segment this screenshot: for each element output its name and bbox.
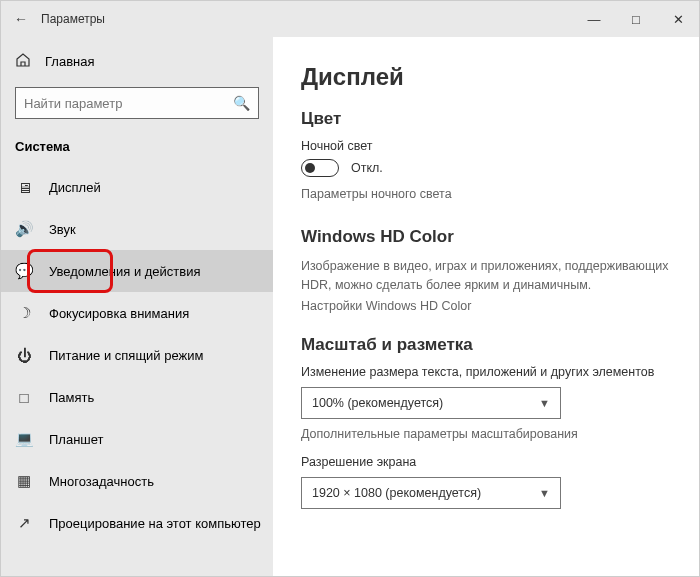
scale-advanced-link[interactable]: Дополнительные параметры масштабирования: [301, 427, 671, 441]
maximize-button[interactable]: □: [615, 1, 657, 37]
scale-dropdown[interactable]: 100% (рекомендуется) ▼: [301, 387, 561, 419]
sidebar-item-label: Дисплей: [49, 180, 101, 195]
night-light-settings-link[interactable]: Параметры ночного света: [301, 187, 671, 201]
home-icon: [15, 52, 31, 71]
sidebar-item-label: Фокусировка внимания: [49, 306, 189, 321]
power-icon: ⏻: [15, 347, 33, 364]
sidebar-home-label: Главная: [45, 54, 94, 69]
night-light-state: Откл.: [351, 161, 383, 175]
back-button[interactable]: ←: [1, 11, 41, 27]
sidebar-item-label: Проецирование на этот компьютер: [49, 516, 261, 531]
sidebar-home[interactable]: Главная: [1, 43, 273, 79]
titlebar: ← Параметры ― □ ✕: [1, 1, 699, 37]
search-field[interactable]: 🔍: [15, 87, 259, 119]
notifications-icon: 💬: [15, 262, 33, 280]
search-input[interactable]: [24, 96, 233, 111]
chevron-down-icon: ▼: [539, 397, 550, 409]
sidebar-item-power[interactable]: ⏻ Питание и спящий режим: [1, 334, 273, 376]
sound-icon: 🔊: [15, 220, 33, 238]
sidebar-item-display[interactable]: 🖥 Дисплей: [1, 166, 273, 208]
sidebar-item-label: Звук: [49, 222, 76, 237]
sidebar-item-label: Питание и спящий режим: [49, 348, 203, 363]
chevron-down-icon: ▼: [539, 487, 550, 499]
hdr-description: Изображение в видео, играх и приложениях…: [301, 257, 671, 295]
projecting-icon: ↗: [15, 514, 33, 532]
sidebar-item-notifications[interactable]: 💬 Уведомления и действия: [1, 250, 273, 292]
sidebar-item-sound[interactable]: 🔊 Звук: [1, 208, 273, 250]
page-title: Дисплей: [301, 63, 671, 91]
main-panel: Дисплей Цвет Ночной свет Откл. Параметры…: [273, 37, 699, 576]
sidebar-item-label: Многозадачность: [49, 474, 154, 489]
sidebar-item-tablet[interactable]: 💻 Планшет: [1, 418, 273, 460]
storage-icon: □: [15, 389, 33, 406]
section-scale-heading: Масштаб и разметка: [301, 335, 671, 355]
scale-label: Изменение размера текста, приложений и д…: [301, 365, 671, 379]
sidebar-item-label: Планшет: [49, 432, 104, 447]
window-title: Параметры: [41, 12, 105, 26]
close-button[interactable]: ✕: [657, 1, 699, 37]
focus-icon: ☽: [15, 304, 33, 322]
display-icon: 🖥: [15, 179, 33, 196]
sidebar: Главная 🔍 Система 🖥 Дисплей 🔊 Звук 💬: [1, 37, 273, 576]
sidebar-item-label: Память: [49, 390, 94, 405]
night-light-toggle[interactable]: [301, 159, 339, 177]
section-hdr-heading: Windows HD Color: [301, 227, 671, 247]
minimize-button[interactable]: ―: [573, 1, 615, 37]
sidebar-item-projecting[interactable]: ↗ Проецирование на этот компьютер: [1, 502, 273, 544]
sidebar-item-label: Уведомления и действия: [49, 264, 201, 279]
tablet-icon: 💻: [15, 430, 33, 448]
search-icon: 🔍: [233, 95, 250, 111]
resolution-label: Разрешение экрана: [301, 455, 671, 469]
sidebar-item-storage[interactable]: □ Память: [1, 376, 273, 418]
resolution-value: 1920 × 1080 (рекомендуется): [312, 486, 481, 500]
sidebar-category: Система: [1, 129, 273, 166]
hdr-settings-link[interactable]: Настройки Windows HD Color: [301, 299, 671, 313]
scale-value: 100% (рекомендуется): [312, 396, 443, 410]
multitasking-icon: ▦: [15, 472, 33, 490]
resolution-dropdown[interactable]: 1920 × 1080 (рекомендуется) ▼: [301, 477, 561, 509]
sidebar-item-multitasking[interactable]: ▦ Многозадачность: [1, 460, 273, 502]
section-color-heading: Цвет: [301, 109, 671, 129]
night-light-label: Ночной свет: [301, 139, 671, 153]
sidebar-item-focus-assist[interactable]: ☽ Фокусировка внимания: [1, 292, 273, 334]
